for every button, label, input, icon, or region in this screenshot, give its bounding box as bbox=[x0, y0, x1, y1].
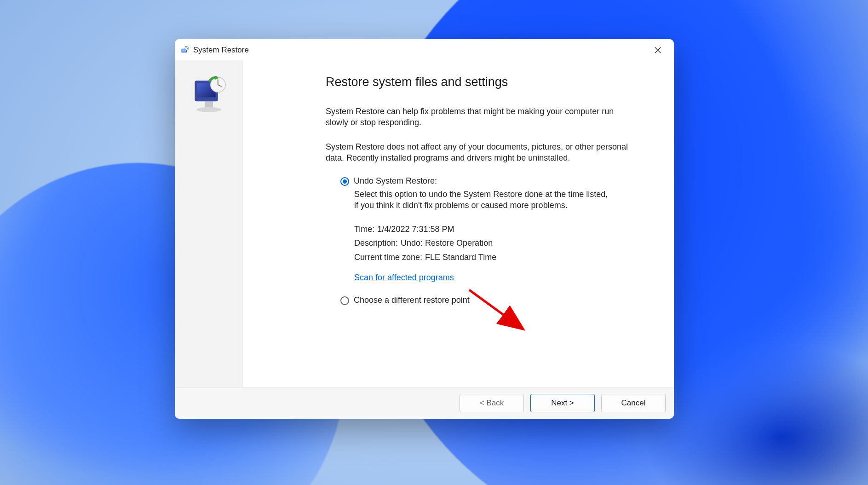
back-button[interactable]: < Back bbox=[460, 394, 524, 412]
titlebar-title: System Restore bbox=[193, 46, 647, 55]
detail-time-value: 1/4/2022 7:31:58 PM bbox=[377, 222, 454, 237]
wizard-sidebar bbox=[175, 60, 243, 387]
next-button[interactable]: Next > bbox=[530, 394, 595, 412]
svg-rect-4 bbox=[205, 101, 213, 107]
option-undo-label: Undo System Restore: bbox=[354, 176, 437, 186]
restore-details: Time: 1/4/2022 7:31:58 PM Description: U… bbox=[354, 222, 646, 265]
intro-paragraph-2: System Restore does not affect any of yo… bbox=[326, 141, 638, 164]
intro-paragraph-1: System Restore can help fix problems tha… bbox=[326, 106, 638, 128]
system-restore-dialog: System Restore bbox=[175, 39, 674, 419]
option-undo-description: Select this option to undo the System Re… bbox=[354, 189, 612, 211]
page-heading: Restore system files and settings bbox=[326, 75, 646, 89]
wizard-footer: < Back Next > Cancel bbox=[175, 387, 674, 419]
detail-desc-label: Description: bbox=[354, 236, 398, 250]
option-different-point[interactable]: Choose a different restore point bbox=[340, 295, 646, 305]
dialog-body: Restore system files and settings System… bbox=[175, 60, 674, 387]
detail-description: Description: Undo: Restore Operation bbox=[354, 236, 646, 250]
wizard-content: Restore system files and settings System… bbox=[243, 60, 674, 387]
detail-tz-value: FLE Standard Time bbox=[425, 250, 496, 265]
detail-time: Time: 1/4/2022 7:31:58 PM bbox=[354, 222, 646, 237]
detail-timezone: Current time zone: FLE Standard Time bbox=[354, 250, 646, 265]
system-restore-icon bbox=[180, 46, 190, 55]
option-different-label: Choose a different restore point bbox=[354, 295, 470, 305]
cancel-button[interactable]: Cancel bbox=[601, 394, 666, 412]
svg-point-3 bbox=[196, 107, 221, 112]
scan-affected-programs-link[interactable]: Scan for affected programs bbox=[354, 273, 454, 283]
detail-desc-value: Undo: Restore Operation bbox=[401, 236, 493, 250]
option-undo-restore[interactable]: Undo System Restore: bbox=[340, 176, 646, 186]
detail-tz-label: Current time zone: bbox=[354, 250, 422, 265]
detail-time-label: Time: bbox=[354, 222, 374, 237]
close-button[interactable] bbox=[647, 43, 668, 58]
titlebar[interactable]: System Restore bbox=[175, 39, 674, 60]
system-restore-large-icon bbox=[188, 73, 230, 115]
radio-undo-restore[interactable] bbox=[340, 177, 349, 186]
radio-different-point[interactable] bbox=[340, 296, 349, 305]
